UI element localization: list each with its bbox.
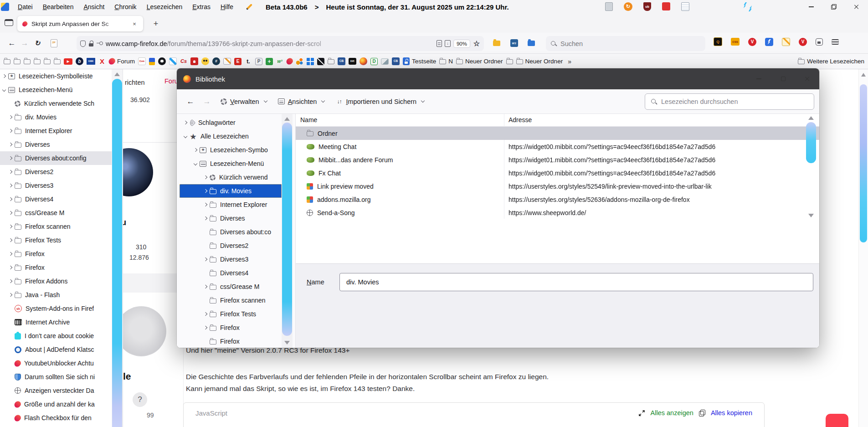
sidebar-scroll-up-icon[interactable] [114,72,120,76]
menu-lesezeichen[interactable]: Lesezeichen [142,0,188,14]
bookmark-item-neuer-ordner[interactable]: Neuer Ordner [456,58,503,65]
page-scrollbar-thumb[interactable] [860,84,867,242]
menu-extras[interactable]: Extras [187,0,216,14]
library-tree-item[interactable]: ★Lesezeichen-Symbo [180,143,282,157]
sidebar-item[interactable]: Darum sollten Sie sich ni [0,370,123,384]
refresh-icon[interactable]: ↻ [624,2,632,11]
menu-chronik[interactable]: Chronik [109,0,141,14]
sidebar-item[interactable]: Java - Flash [0,288,123,302]
tree-scroll-down-icon[interactable] [284,341,290,345]
library-tree-item[interactable]: Diverses2 [180,239,282,252]
sidebar-item[interactable]: Diverses3 [0,179,123,192]
sidebar-item[interactable]: Internet Archive [0,315,123,329]
expand-icon[interactable] [638,410,645,417]
chevron-right-icon[interactable] [194,148,197,152]
sidebar-item[interactable]: Diverses about:config [0,151,123,165]
library-list-row[interactable]: addons.mozilla.orghttps://userstyles.org… [296,193,819,206]
chevron-right-icon[interactable] [9,143,12,146]
list-scroll-down-icon[interactable] [808,214,814,217]
library-tree-item[interactable]: css/Grease M [180,280,282,293]
chevron-right-icon[interactable] [204,189,207,193]
library-forward-button[interactable]: → [200,95,213,108]
library-tree-item[interactable]: Kürzlich verwend [180,170,282,184]
chevron-right-icon[interactable] [9,170,12,174]
bookmark-item[interactable]: » [566,58,573,65]
bookmark-item[interactable]: w³ [276,58,283,65]
copy-icon[interactable] [699,410,705,417]
reader-mode-icon[interactable] [437,40,442,47]
scroll-up-arrow-icon[interactable] [861,73,866,77]
chevron-right-icon[interactable] [204,175,207,179]
bookmark-item[interactable] [223,58,231,65]
bookmark-item[interactable] [381,58,389,65]
library-list-row[interactable]: Ordner [296,127,819,140]
bookmark-item[interactable]: DE [349,58,356,65]
chevron-right-icon[interactable] [204,285,207,288]
bookmark-item[interactable] [296,57,303,65]
vpn-icon[interactable]: V [748,38,756,46]
sidebar-item[interactable]: Flash Checkbox für den [0,411,123,425]
clipboard-icon[interactable] [605,2,613,11]
sidebar-item[interactable]: Firefox Addons [0,274,123,288]
library-tree-item[interactable]: Diverses [180,211,282,225]
chevron-down-icon[interactable] [2,88,6,92]
bookmark-item-neuer-ordner[interactable]: Neuer Ordner [516,58,563,65]
sidebar-item[interactable]: Diverses [0,138,123,151]
bookmark-item[interactable]: GMX [87,58,95,65]
tracking-shield-icon[interactable] [80,41,86,47]
bookmark-item[interactable]: P [255,58,262,65]
chevron-right-icon[interactable] [9,156,12,160]
chevron-down-icon[interactable] [184,134,187,138]
chevron-down-icon[interactable] [194,162,197,165]
bookmark-star-icon[interactable]: ☆ [473,40,480,47]
downloads-folder-icon[interactable] [490,37,503,50]
bookmark-item[interactable] [4,58,10,64]
tab-list-icon[interactable] [5,19,13,28]
import-backup-menu-button[interactable]: ↓↑ Importieren und Sichern [332,95,428,108]
bookmark-item[interactable]: CB [338,57,345,65]
sidebar-item[interactable]: Firefox Tests [0,233,123,247]
list-scrollbar[interactable] [806,115,817,219]
vpn2-icon[interactable]: V [799,38,807,46]
bookmark-item[interactable] [24,58,31,64]
library-back-button[interactable]: ← [184,95,197,108]
minimize-button[interactable] [800,0,822,14]
library-tree-item[interactable]: Lesezeichen-Menü [180,157,282,170]
bookmark-item[interactable] [190,57,198,65]
chevron-right-icon[interactable] [9,211,12,215]
show-all-link[interactable]: Alles anzeigen [651,409,693,417]
restore-button[interactable] [822,0,845,14]
notes-icon[interactable] [782,38,790,46]
column-header-name[interactable]: Name [300,116,317,123]
chevron-right-icon[interactable] [204,203,207,206]
bookmark-item[interactable]: ▶ [64,58,72,65]
bookmark-item[interactable]: b [76,57,83,65]
library-list-row[interactable]: Meeting Chathttps://widget00.mibbit.com/… [296,140,819,153]
sidebar-scrollbar[interactable] [112,69,123,427]
sidebar-item[interactable]: YoutubeUnblocker Achtu [0,356,123,370]
library-tree-item[interactable]: Schlagwörter [180,116,282,129]
cinema-icon[interactable] [662,2,670,10]
menu-datei[interactable]: Datei [13,0,38,14]
boltblue-icon[interactable] [765,38,773,46]
chevron-right-icon[interactable] [9,197,12,201]
library-tree-item[interactable]: Diverses4 [180,266,282,280]
ublock-icon[interactable]: ub [643,2,651,11]
chevron-right-icon[interactable] [9,129,12,133]
bookmark-item-n[interactable]: N [439,58,453,65]
library-tree-item[interactable]: Diverses3 [180,252,282,266]
chevron-right-icon[interactable] [9,115,12,119]
sidebar-item[interactable]: I don't care about cookie [0,329,123,343]
bookmark-item[interactable] [54,58,61,64]
tree-scrollbar-thumb[interactable] [282,123,292,336]
close-button[interactable] [845,0,868,14]
bookmark-item[interactable]: + [266,58,273,65]
library-tree-item[interactable]: Firefox Tests [180,307,282,321]
library-tree-item[interactable]: Internet Explorer [180,198,282,211]
library-maximize-button[interactable] [771,68,795,89]
library-search-box[interactable] [645,93,814,110]
bookmark-item[interactable] [169,57,177,65]
sidebar-item[interactable]: Internet Explorer [0,124,123,138]
sidebar-item[interactable]: div. Movies [0,110,123,124]
library-search-input[interactable] [661,98,798,105]
